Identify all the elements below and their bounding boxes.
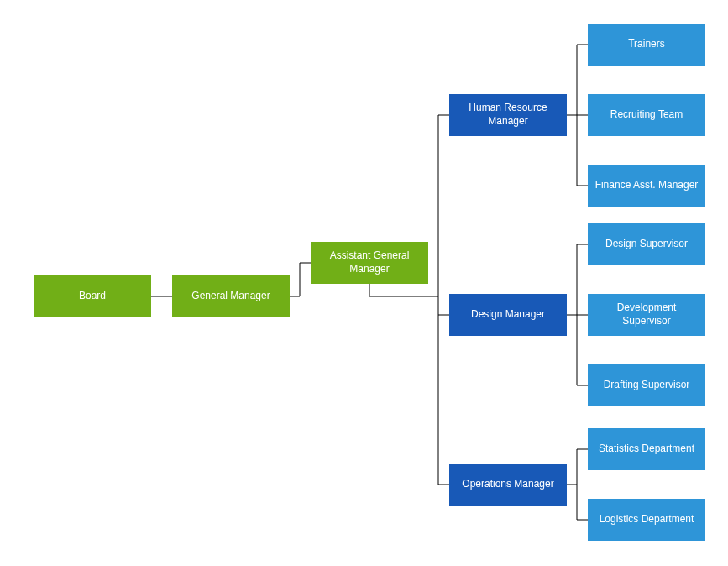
node-design-supervisor[interactable]: Design Supervisor [588,223,705,265]
node-label: Design Supervisor [605,238,688,251]
node-label: Trainers [628,38,665,51]
node-label: Recruiting Team [610,108,683,122]
node-label: Design Manager [471,308,545,322]
node-design-manager[interactable]: Design Manager [449,294,567,336]
node-label: General Manager [191,290,270,303]
node-development-supervisor[interactable]: Development Supervisor [588,294,705,336]
node-label: Development Supervisor [594,301,699,328]
node-label: Statistics Department [599,443,694,456]
node-label: Finance Asst. Manager [595,179,699,192]
org-chart-canvas: Board General Manager Assistant General … [0,0,728,566]
node-recruiting-team[interactable]: Recruiting Team [588,94,705,136]
node-general-manager[interactable]: General Manager [172,275,290,317]
node-label: Operations Manager [462,478,553,491]
node-board[interactable]: Board [34,275,151,317]
node-statistics-department[interactable]: Statistics Department [588,428,705,470]
node-label: Assistant General Manager [317,249,422,275]
node-logistics-department[interactable]: Logistics Department [588,499,705,541]
node-assistant-general-manager[interactable]: Assistant General Manager [311,242,428,284]
node-finance-asst-manager[interactable]: Finance Asst. Manager [588,165,705,207]
node-trainers[interactable]: Trainers [588,24,705,66]
node-label: Human Resource Manager [456,102,560,128]
node-label: Drafting Supervisor [604,379,690,392]
node-drafting-supervisor[interactable]: Drafting Supervisor [588,364,705,406]
node-human-resource-manager[interactable]: Human Resource Manager [449,94,567,136]
node-operations-manager[interactable]: Operations Manager [449,464,567,506]
node-label: Logistics Department [600,513,694,527]
node-label: Board [79,290,106,303]
